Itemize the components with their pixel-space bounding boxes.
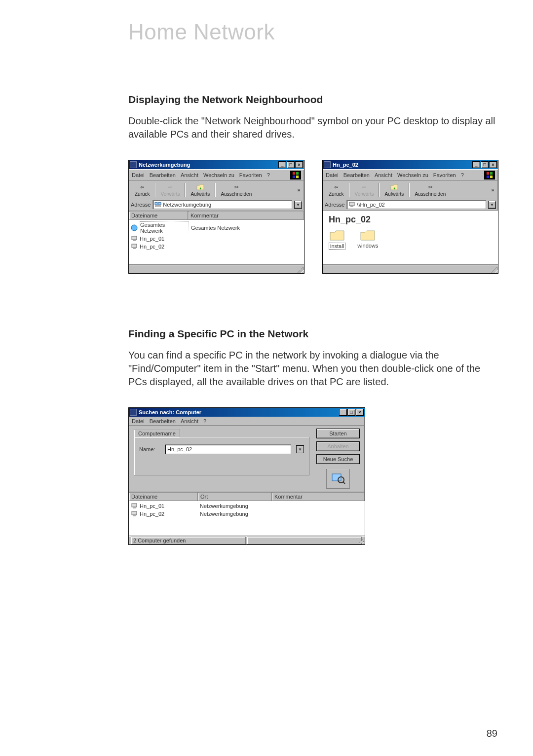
menu-ansicht[interactable]: Ansicht (181, 172, 198, 178)
menu-datei[interactable]: Datei (132, 418, 145, 424)
titlebar[interactable]: Netzwerkumgebung _ □ × (129, 160, 304, 169)
stop-button[interactable]: Anhalten (316, 441, 360, 451)
cut-button[interactable]: ✂ Ausschneiden (411, 182, 450, 198)
window-title: Suchen nach: Computer (139, 409, 201, 415)
minimize-button[interactable]: _ (339, 409, 347, 416)
address-dropdown[interactable]: ▼ (294, 201, 302, 209)
maximize-button[interactable]: □ (481, 161, 489, 168)
statusbar (323, 264, 498, 273)
menu-favoriten[interactable]: Favoriten (433, 172, 456, 178)
back-button[interactable]: ⇦ Zurück (325, 182, 348, 198)
new-search-button[interactable]: Neue Suche (316, 454, 360, 464)
svg-rect-11 (133, 248, 136, 249)
name-input[interactable]: Hn_pc_02 (165, 444, 291, 454)
svg-rect-3 (296, 176, 299, 178)
scissors-icon: ✂ (232, 183, 240, 191)
name-dropdown[interactable]: ▼ (296, 445, 304, 453)
scissors-icon: ✂ (426, 183, 434, 191)
resize-grip-icon[interactable] (298, 267, 304, 273)
svg-rect-17 (350, 206, 353, 207)
svg-point-7 (131, 225, 137, 231)
col-comment[interactable]: Kommentar (272, 492, 365, 501)
close-button[interactable]: × (489, 161, 497, 168)
menu-help[interactable]: ? (461, 172, 464, 178)
menu-help[interactable]: ? (267, 172, 270, 178)
window-search: Suchen nach: Computer _ □ × Datei Bearbe… (128, 407, 365, 545)
network-hood-icon (154, 201, 161, 208)
menu-bearbeiten[interactable]: Bearbeiten (343, 172, 370, 178)
statusbar (129, 264, 304, 273)
address-bar: Adresse \\Hn_pc_02 ▼ (323, 199, 498, 211)
list-body: Gesamtes Netzwerk Gesamtes Netzwerk Hn_p… (129, 220, 304, 264)
address-field[interactable]: \\Hn_pc_02 (346, 200, 486, 209)
col-loc[interactable]: Ort (198, 492, 272, 501)
list-header: Dateiname Kommentar (129, 211, 304, 220)
col-name[interactable]: Dateiname (129, 492, 198, 501)
section1-heading: Displaying the Network Neighbourhood (128, 94, 498, 106)
address-dropdown[interactable]: ▼ (488, 201, 496, 209)
statusbar: 2 Computer gefunden (129, 536, 365, 544)
section-neighbourhood: Displaying the Network Neighbourhood Dou… (128, 94, 498, 274)
titlebar[interactable]: Hn_pc_02 _ □ × (323, 160, 498, 169)
tab-computername[interactable]: Computername (134, 429, 180, 437)
menu-help[interactable]: ? (203, 418, 206, 424)
back-arrow-icon: ⇦ (332, 183, 340, 191)
minimize-button[interactable]: _ (472, 161, 480, 168)
svg-rect-16 (349, 202, 354, 206)
menu-ansicht[interactable]: Ansicht (181, 418, 198, 424)
windows-logo-icon (484, 171, 495, 180)
back-button[interactable]: ⇦ Zurück (131, 182, 154, 198)
forward-button[interactable]: ⇨ Vorwärts (157, 182, 184, 198)
page-title: Home Network (128, 20, 498, 44)
close-button[interactable]: × (356, 409, 364, 416)
up-button[interactable]: Aufwärts (381, 182, 408, 198)
menu-bearbeiten[interactable]: Bearbeiten (150, 172, 176, 178)
page-number: 89 (487, 728, 497, 739)
resize-grip-icon[interactable] (358, 538, 364, 544)
result-row[interactable]: Hn_pc_01 Netzwerkumgebung (131, 502, 363, 510)
start-button[interactable]: Starten (316, 429, 360, 438)
col-comment[interactable]: Kommentar (188, 211, 304, 220)
folder-item[interactable]: install (329, 229, 345, 250)
menu-ansicht[interactable]: Ansicht (375, 172, 392, 178)
menu-wechseln[interactable]: Wechseln zu (397, 172, 428, 178)
svg-rect-13 (490, 172, 493, 175)
status-cell (247, 537, 362, 544)
menu-datei[interactable]: Datei (132, 172, 145, 178)
cut-button[interactable]: ✂ Ausschneiden (217, 182, 256, 198)
computer-icon (131, 235, 138, 242)
forward-button[interactable]: ⇨ Vorwärts (351, 182, 378, 198)
folder-item[interactable]: windows (357, 229, 378, 250)
window-network: Netzwerkumgebung _ □ × Datei Bearbeiten … (128, 160, 305, 274)
maximize-button[interactable]: □ (347, 409, 355, 416)
svg-rect-14 (487, 176, 489, 178)
svg-rect-9 (133, 240, 136, 241)
svg-rect-24 (133, 515, 136, 516)
titlebar[interactable]: Suchen nach: Computer _ □ × (129, 408, 365, 417)
menu-datei[interactable]: Datei (326, 172, 339, 178)
tab-panel: Name: Hn_pc_02 ▼ (134, 437, 309, 475)
list-item[interactable]: Gesamtes Netzwerk Gesamtes Netzwerk (131, 221, 302, 235)
toolbar-overflow[interactable]: » (295, 186, 302, 194)
toolbar-overflow[interactable]: » (489, 186, 496, 194)
col-name[interactable]: Dateiname (129, 211, 188, 220)
section2-heading: Finding a Specific PC in the Network (128, 328, 498, 340)
section1-body: Double-click the "Network Neighbourhood"… (128, 114, 498, 141)
menu-wechseln[interactable]: Wechseln zu (203, 172, 234, 178)
search-results: Dateiname Ort Kommentar Hn_pc_01 Netzwer… (129, 492, 365, 536)
minimize-button[interactable]: _ (278, 161, 286, 168)
search-icon (130, 409, 137, 416)
resize-grip-icon[interactable] (492, 267, 497, 273)
svg-rect-5 (158, 203, 161, 205)
result-row[interactable]: Hn_pc_02 Netzwerkumgebung (131, 510, 363, 518)
menu-bearbeiten[interactable]: Bearbeiten (150, 418, 176, 424)
list-item[interactable]: Hn_pc_01 (131, 235, 302, 243)
list-item[interactable]: Hn_pc_02 (131, 243, 302, 251)
menu-favoriten[interactable]: Favoriten (239, 172, 262, 178)
svg-rect-10 (132, 244, 137, 248)
address-field[interactable]: Netzwerkumgebung (152, 200, 292, 209)
status-text: 2 Computer gefunden (131, 537, 246, 544)
close-button[interactable]: × (295, 161, 303, 168)
up-button[interactable]: Aufwärts (187, 182, 214, 198)
maximize-button[interactable]: □ (287, 161, 295, 168)
